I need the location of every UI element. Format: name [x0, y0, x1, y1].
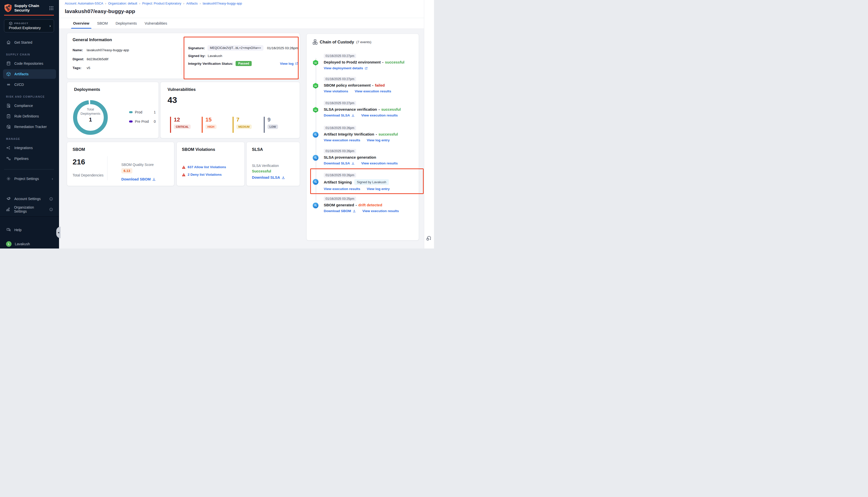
tab-deployments[interactable]: Deployments — [115, 18, 138, 29]
coc-event-slsa-verification: ∞ 01/16/2025 03:27pm SLSA provenance ver… — [313, 101, 416, 117]
scan-icon — [313, 155, 319, 161]
signature-value: MEQCICde2VjIT...bL+2+mqnOXw== — [208, 45, 264, 51]
tab-sbom[interactable]: SBOM — [96, 18, 109, 29]
tags-row: Tags: v5 — [73, 66, 90, 70]
view-execution-results-link[interactable]: View execution results — [361, 161, 397, 165]
event-timestamp: 01/16/2025 03:26pm — [324, 149, 356, 153]
sidebar-item-get-started[interactable]: Get Started — [3, 38, 56, 47]
right-rail — [424, 0, 434, 248]
deployments-donut-chart: Total Deployments 1 — [73, 99, 108, 136]
tab-overview[interactable]: Overview — [72, 18, 90, 29]
sidebar-item-help[interactable]: Help — [3, 225, 56, 235]
view-execution-results-link[interactable]: View execution results — [355, 89, 391, 93]
download-slsa-link[interactable]: Download SLSA — [324, 161, 355, 165]
sidebar-item-label: Remediation Tracker — [14, 125, 47, 129]
sidebar-item-label: Project Settings — [14, 177, 39, 181]
view-execution-results-link[interactable]: View execution results — [324, 187, 360, 191]
page-header: Account: Automation-SSCA› Organization: … — [59, 0, 424, 29]
total-vulnerabilities: 43 — [168, 95, 177, 105]
chain-of-custody-icon — [313, 39, 318, 45]
chevron-right-icon: › — [52, 177, 53, 181]
event-title: SBOM policy enforcement — [324, 83, 371, 87]
layers-gear-icon — [6, 197, 11, 201]
app-grid-icon[interactable] — [49, 6, 54, 10]
event-timestamp: 01/16/2025 03:26pm — [324, 126, 356, 130]
view-execution-results-link[interactable]: View execution results — [362, 209, 399, 213]
pipeline-icon: ∞ — [313, 107, 319, 113]
project-selector[interactable]: PROJECT Product Exploratory › — [4, 19, 54, 32]
project-cube-icon — [9, 22, 13, 25]
sidebar-item-label: Code Repositories — [14, 61, 43, 66]
severity-critical: 12 CRITICAL — [170, 117, 202, 133]
view-violations-link[interactable]: View violations — [324, 89, 348, 93]
sidebar-item-code-repositories[interactable]: Code Repositories — [3, 59, 56, 68]
view-log-entry-link[interactable]: View log entry — [367, 187, 390, 191]
prod-count: 1 — [154, 110, 156, 114]
info-icon — [49, 197, 53, 201]
download-slsa-link[interactable]: Download SLSA — [324, 113, 355, 117]
total-dependencies-label: Total Dependencies — [73, 173, 103, 177]
breadcrumb-organization[interactable]: Organization: default — [108, 2, 137, 5]
coc-event-slsa-generation: 01/16/2025 03:26pm SLSA provenance gener… — [313, 148, 416, 165]
severity-low: 9 LOW — [264, 117, 294, 133]
download-sbom-link[interactable]: Download SBOM — [324, 209, 356, 213]
support-chat-icon[interactable] — [426, 235, 432, 241]
document-search-icon — [6, 103, 11, 108]
breadcrumb-separator: › — [139, 2, 140, 5]
sidebar-item-artifacts[interactable]: Artifacts — [3, 69, 56, 79]
breadcrumb-current[interactable]: lavakush07/easy-buggy-app — [203, 2, 242, 5]
sidebar-item-project-settings[interactable]: Project Settings › — [3, 174, 56, 184]
sidebar-item-label: Compliance — [14, 104, 33, 108]
avatar: L — [6, 241, 12, 247]
artifact-cube-icon — [6, 72, 11, 76]
event-title: SLSA provenance generation — [324, 155, 376, 159]
sidebar-item-integrations[interactable]: Integrations — [3, 143, 56, 153]
event-status: successful — [385, 60, 405, 64]
view-execution-results-link[interactable]: View execution results — [361, 113, 397, 117]
view-log-entry-link[interactable]: View log entry — [367, 138, 390, 142]
sidebar-item-organization-settings[interactable]: Organization Settings — [3, 204, 56, 214]
page-title: lavakush07/easy-buggy-app — [65, 8, 135, 14]
deny-list-violations-link[interactable]: 2 Deny list Violations — [187, 173, 222, 176]
event-title: Artifact Integrity Verification — [324, 132, 374, 136]
breadcrumb-project[interactable]: Project: Product Exploratory — [142, 2, 181, 5]
sidebar-item-remediation-tracker[interactable]: Remediation Tracker — [3, 122, 56, 131]
sidebar-item-cicd[interactable]: ∞ CI/CD — [3, 80, 56, 89]
infinity-icon: ∞ — [6, 82, 11, 87]
pre-prod-count: 0 — [154, 119, 156, 124]
tab-vulnerabilities[interactable]: Vulnerabilities — [144, 18, 168, 29]
view-deployment-details-link[interactable]: View deployment details — [324, 66, 368, 70]
sidebar-item-account-settings[interactable]: Account Settings — [3, 194, 56, 203]
sidebar-item-rule-definitions[interactable]: Rule Definitions — [3, 111, 56, 121]
view-execution-results-link[interactable]: View execution results — [324, 138, 360, 142]
slsa-verification-label: SLSA Verification — [252, 164, 279, 168]
general-information-card: General Information Name: lavakush07/eas… — [67, 33, 300, 79]
download-sbom-link[interactable]: Download SBOM — [121, 177, 156, 181]
event-status: failed — [375, 83, 385, 87]
pipeline-icon: ∞ — [313, 60, 319, 66]
sidebar-item-label: Artifacts — [14, 72, 29, 76]
sidebar-item-label: Organization Settings — [14, 205, 46, 213]
user-menu[interactable]: L Lavakush — [3, 239, 56, 248]
sidebar-collapse-handle[interactable]: ◀ — [56, 227, 60, 238]
sbom-quality-score-badge: 6.13 — [121, 168, 132, 173]
view-log-link[interactable]: View log — [280, 62, 298, 66]
sidebar-item-pipelines[interactable]: Pipelines — [3, 154, 56, 164]
app-title: Supply Chain Security — [14, 3, 39, 13]
breadcrumb-account[interactable]: Account: Automation-SSCA — [65, 2, 103, 5]
section-risk-compliance: RISK AND COMPLIANCE — [6, 95, 45, 98]
breadcrumb-artifacts[interactable]: Artifacts — [186, 2, 198, 5]
coc-event-sbom-policy: ∞ 01/16/2025 03:27pm SBOM policy enforce… — [313, 76, 416, 93]
sidebar-item-compliance[interactable]: Compliance — [3, 101, 56, 111]
breadcrumb-separator: › — [105, 2, 106, 5]
artifact-name: lavakush07/easy-buggy-app — [87, 48, 129, 52]
remediation-box-icon — [6, 125, 11, 129]
artifact-tags: v5 — [87, 66, 90, 70]
signed-by-value: Lavakush — [208, 54, 222, 58]
event-timestamp: 01/16/2025 03:27pm — [324, 77, 356, 81]
prod-bullet — [129, 111, 132, 113]
coc-event-artifact-signing: 01/16/2025 03:26pm Artifact Signing Sign… — [313, 173, 416, 191]
card-title: SBOM Violations — [182, 147, 215, 152]
allow-list-violations-link[interactable]: 637 Allow list Violations — [187, 165, 226, 169]
download-slsa-link[interactable]: Download SLSA — [252, 175, 285, 180]
